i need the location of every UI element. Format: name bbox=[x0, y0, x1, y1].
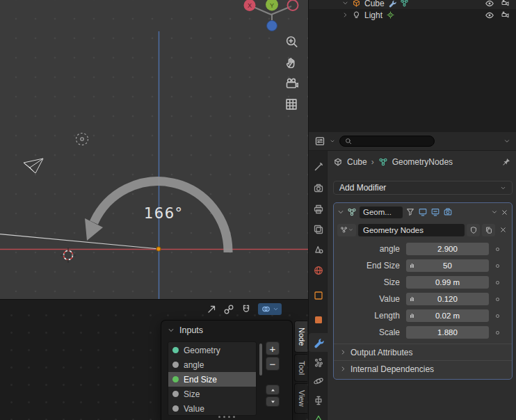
camera-view-icon[interactable] bbox=[284, 76, 298, 90]
modifier-wrench-icon[interactable] bbox=[388, 0, 396, 8]
browse-node-tree-button[interactable] bbox=[337, 224, 356, 236]
axis-gizmo-negx-ball[interactable] bbox=[288, 0, 298, 10]
subpanel-internal-dependencies[interactable]: Internal Dependencies bbox=[334, 360, 512, 377]
list-item-geometry[interactable]: Geometry bbox=[168, 343, 256, 357]
pin-icon[interactable] bbox=[501, 157, 511, 167]
light-object[interactable] bbox=[76, 134, 88, 145]
overlays-toggle[interactable] bbox=[258, 303, 282, 315]
collapse-chevron-icon[interactable] bbox=[337, 209, 344, 216]
wireframe-mesh-object[interactable] bbox=[24, 159, 43, 173]
tab-constraints-icon[interactable] bbox=[312, 394, 324, 406]
animate-dot[interactable] bbox=[496, 331, 499, 334]
modifier-extras-chevron-icon[interactable] bbox=[491, 209, 498, 216]
object-name[interactable]: Light bbox=[364, 10, 382, 20]
axis-gizmo-z-ball[interactable] bbox=[267, 21, 277, 31]
list-item-value[interactable]: Value bbox=[168, 401, 256, 416]
tab-object-icon[interactable] bbox=[312, 289, 324, 301]
tab-render-icon[interactable] bbox=[312, 182, 324, 194]
hide-render-camera-icon[interactable] bbox=[501, 10, 510, 19]
chevron-down-icon[interactable] bbox=[330, 138, 335, 144]
object-name[interactable]: Cube bbox=[364, 0, 385, 8]
socket-color-dot bbox=[172, 347, 179, 353]
tab-output-icon[interactable] bbox=[312, 203, 324, 215]
properties-content: Cube › GeometryNodes Add Modifier bbox=[328, 151, 516, 420]
copy-node-tree-button[interactable] bbox=[482, 224, 495, 236]
list-item-size[interactable]: Size bbox=[168, 387, 256, 401]
tab-physics-icon[interactable] bbox=[312, 375, 324, 387]
remove-input-button[interactable]: − bbox=[266, 357, 280, 371]
move-down-button[interactable] bbox=[266, 396, 280, 407]
breadcrumb-object[interactable]: Cube bbox=[347, 157, 367, 167]
render-display-icon[interactable] bbox=[443, 207, 453, 217]
angle-value-field[interactable]: 2.900 bbox=[406, 243, 489, 255]
light-data-icon[interactable] bbox=[386, 10, 395, 19]
realtime-display-icon[interactable] bbox=[430, 207, 440, 217]
list-item-end-size[interactable]: End Size bbox=[168, 372, 256, 387]
expand-chevron-right-icon[interactable] bbox=[342, 12, 348, 18]
properties-search-input[interactable] bbox=[339, 136, 435, 147]
input-label: angle bbox=[334, 244, 400, 254]
list-scrollbar[interactable] bbox=[259, 344, 262, 375]
tab-scene-icon[interactable] bbox=[312, 243, 324, 255]
animate-dot[interactable] bbox=[496, 298, 499, 301]
axis-gizmo[interactable]: X Y bbox=[244, 0, 298, 31]
tab-particles-icon[interactable] bbox=[312, 356, 324, 368]
hide-viewport-eye-icon[interactable] bbox=[485, 0, 494, 8]
collapse-chevron-icon[interactable] bbox=[168, 327, 175, 334]
breadcrumb-modifier[interactable]: GeometryNodes bbox=[392, 157, 453, 167]
expand-chevron-down-icon[interactable] bbox=[342, 0, 348, 6]
edit-mode-display-icon[interactable] bbox=[418, 207, 428, 217]
viewport-3d[interactable]: X Y 166° bbox=[0, 0, 308, 299]
tab-tool-icon[interactable] bbox=[312, 161, 324, 172]
ortho-grid-icon[interactable] bbox=[284, 97, 298, 111]
animate-dot[interactable] bbox=[496, 281, 499, 284]
move-up-button[interactable] bbox=[266, 385, 280, 395]
list-item-label: End Size bbox=[184, 375, 217, 385]
panel-resize-grip[interactable] bbox=[161, 416, 292, 418]
tab-modifiers-icon[interactable] bbox=[312, 337, 324, 348]
tab-node[interactable]: Node bbox=[294, 321, 307, 353]
outliner-row-cube[interactable]: Cube bbox=[309, 0, 516, 9]
add-input-button[interactable]: + bbox=[266, 341, 280, 355]
tab-view[interactable]: View bbox=[294, 383, 307, 414]
socket-color-dot bbox=[172, 391, 179, 397]
modifier-name-field[interactable]: Geom... bbox=[360, 207, 403, 218]
scale-value-field[interactable]: 1.880 bbox=[406, 326, 489, 339]
vertex-group-filter-icon[interactable] bbox=[405, 207, 415, 217]
hide-viewport-eye-icon[interactable] bbox=[485, 10, 494, 20]
length-value-field[interactable]: 0.02 m bbox=[406, 309, 489, 322]
editor-type-icon[interactable] bbox=[314, 136, 325, 147]
auto-offset-icon[interactable] bbox=[206, 304, 217, 315]
end-size-value-field[interactable]: 50 bbox=[406, 259, 489, 272]
add-modifier-button[interactable]: Add Modifier bbox=[333, 181, 513, 195]
zoom-icon[interactable] bbox=[284, 35, 298, 49]
geometry-nodes-icon[interactable] bbox=[400, 0, 409, 8]
field-value: 50 bbox=[443, 261, 452, 270]
tab-tool[interactable]: Tool bbox=[294, 354, 307, 382]
snap-magnet-icon[interactable] bbox=[241, 304, 252, 315]
close-icon[interactable] bbox=[501, 209, 508, 216]
pan-hand-icon[interactable] bbox=[284, 56, 298, 70]
hide-render-camera-icon[interactable] bbox=[501, 0, 510, 8]
tab-data-icon[interactable] bbox=[312, 413, 324, 420]
animate-dot[interactable] bbox=[496, 314, 499, 318]
tab-object-data-icon[interactable] bbox=[312, 314, 324, 325]
tab-view-layer-icon[interactable] bbox=[312, 223, 324, 235]
list-item-angle[interactable]: angle bbox=[168, 357, 256, 372]
outliner-row-light[interactable]: Light bbox=[309, 9, 516, 21]
fake-user-shield-button[interactable] bbox=[467, 224, 480, 236]
link-icon[interactable] bbox=[223, 304, 234, 315]
field-value: 0.02 m bbox=[435, 312, 460, 320]
value-value-field[interactable]: 0.120 bbox=[406, 293, 489, 305]
size-value-field[interactable]: 0.99 m bbox=[406, 276, 489, 289]
input-label: Value bbox=[334, 294, 400, 304]
options-chevron-icon[interactable] bbox=[503, 138, 510, 145]
node-tree-name-field[interactable]: Geometry Nodes bbox=[358, 224, 465, 236]
origin-vertex-dot[interactable] bbox=[156, 247, 161, 251]
tab-world-icon[interactable] bbox=[312, 264, 324, 276]
animate-dot[interactable] bbox=[496, 248, 499, 251]
unlink-close-icon[interactable] bbox=[497, 226, 508, 234]
subpanel-output-attributes[interactable]: Output Attributes bbox=[334, 344, 512, 360]
animate-dot[interactable] bbox=[496, 264, 499, 268]
cursor-3d[interactable] bbox=[61, 248, 76, 263]
